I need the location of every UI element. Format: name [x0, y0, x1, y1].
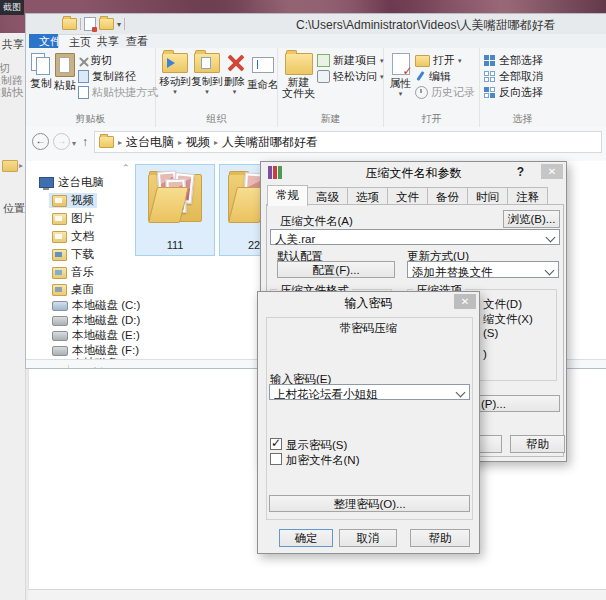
qat-properties-icon[interactable] — [84, 17, 96, 31]
ribbon-group-open: 属性 ▾ 打开 ▾ 编辑 历史记录 — [384, 48, 480, 127]
back-location-label: 位置 — [3, 201, 25, 216]
profile-button[interactable]: 配置(F)... — [277, 261, 395, 278]
open-chevron-icon: ▾ — [458, 58, 462, 64]
encrypt-names-checkbox[interactable] — [270, 453, 282, 465]
winrar-tab-backup[interactable]: 备份 — [427, 187, 468, 204]
new-item-button[interactable]: 新建项目 ▾ — [317, 54, 384, 67]
copy-button[interactable]: 复制 — [30, 51, 52, 89]
breadcrumb-this-pc[interactable]: 这台电脑 — [126, 134, 174, 151]
disk-icon — [52, 316, 68, 326]
move-to-button[interactable]: 移动到 ▾ — [160, 51, 190, 95]
computer-icon — [39, 177, 54, 188]
sidebar-item-music[interactable]: 音乐 — [49, 265, 97, 280]
folder-item-111[interactable]: 111 — [135, 164, 215, 256]
select-none-button[interactable]: 全部取消 — [484, 70, 543, 83]
new-folder-button[interactable]: 新建 文件夹 — [282, 51, 315, 99]
option-fragment: (S) — [483, 327, 498, 339]
sidebar-item-desktop[interactable]: 桌面 — [49, 282, 97, 297]
winrar-tab-comment[interactable]: 注释 — [507, 187, 548, 204]
move-to-icon — [162, 53, 188, 73]
sidebar-scroll-up-icon[interactable]: ⌃ — [122, 163, 130, 173]
new-item-icon — [317, 54, 330, 67]
group-label-select: 选择 — [480, 112, 565, 126]
delete-button[interactable]: 删除 ▾ — [224, 51, 245, 95]
winrar-tab-time[interactable]: 时间 — [467, 187, 508, 204]
delete-chevron-icon: ▾ — [233, 89, 237, 95]
status-item-count: 3 个项目 — [32, 366, 76, 369]
documents-folder-icon — [52, 231, 67, 243]
paste-button[interactable]: 粘贴 — [54, 51, 76, 91]
sidebar-item-this-pc[interactable]: 这台电脑 — [39, 175, 104, 190]
sidebar-item-videos[interactable]: 视频 — [49, 193, 97, 208]
open-button[interactable]: 打开 ▾ — [415, 54, 475, 67]
copy-to-button[interactable]: 复制到 ▾ — [192, 51, 222, 95]
update-mode-combo[interactable]: 添加并替换文件 — [407, 261, 559, 278]
winrar-tab-general[interactable]: 常规 — [267, 185, 308, 206]
easy-access-button[interactable]: 轻松访问 ▾ — [317, 70, 384, 83]
browse-button[interactable]: 浏览(B)... — [503, 210, 560, 228]
qat-folder-icon[interactable] — [62, 18, 77, 30]
quick-access-toolbar: ▾ — [62, 17, 125, 31]
archive-name-combo[interactable]: 人美.rar — [270, 229, 560, 245]
history-button[interactable]: 历史记录 — [415, 86, 475, 99]
organize-passwords-button[interactable]: 整理密码(O)... — [269, 495, 470, 512]
paste-shortcut-button[interactable]: 粘贴快捷方式 — [78, 86, 158, 99]
sidebar-item-disk-c[interactable]: 本地磁盘 (C:) — [49, 298, 143, 313]
winrar-close-button[interactable]: ✕ — [541, 164, 563, 179]
help-button[interactable]: 帮助 — [410, 529, 470, 547]
select-all-button[interactable]: 全部选择 — [484, 54, 543, 67]
encrypt-names-label: 加密文件名(N) — [286, 453, 359, 468]
history-icon — [415, 86, 428, 99]
invert-selection-button[interactable]: 反向选择 — [484, 86, 543, 99]
videos-folder-icon — [52, 195, 67, 207]
winrar-tab-files[interactable]: 文件 — [387, 187, 428, 204]
archive-name-label: 压缩文件名(A) — [280, 214, 353, 229]
group-label-clipboard: 剪贴板 — [26, 112, 155, 126]
up-button[interactable]: ↑ — [82, 135, 88, 149]
forward-button[interactable]: → — [53, 133, 70, 150]
sidebar-item-disk-d[interactable]: 本地磁盘 (D:) — [49, 313, 143, 328]
tab-view[interactable]: 查看 — [116, 34, 158, 48]
password-close-button[interactable]: ✕ — [454, 294, 476, 309]
qat-separator — [124, 18, 125, 30]
properties-chevron-icon: ▾ — [399, 91, 403, 97]
ribbon-group-new: 新建 文件夹 新建项目 ▾ 轻松访问 ▾ 新建 — [278, 48, 384, 127]
copy-path-button[interactable]: 复制路径 — [78, 70, 158, 83]
show-password-checkbox[interactable] — [270, 438, 282, 450]
winrar-help-button[interactable]: 帮助 — [510, 435, 565, 453]
properties-button[interactable]: 属性 ▾ — [388, 51, 413, 97]
recent-locations-chevron-icon[interactable]: ▾ — [72, 139, 76, 148]
ok-button[interactable]: 确定 — [279, 529, 333, 547]
back-button[interactable]: ← — [32, 133, 49, 150]
easy-access-chevron-icon: ▾ — [380, 74, 384, 80]
option-fragment: ) — [483, 348, 487, 360]
rename-button[interactable]: 重命名 — [247, 51, 279, 90]
sidebar-item-pictures[interactable]: 图片 — [49, 211, 97, 226]
breadcrumb-separator-icon: ▸ — [178, 138, 182, 147]
new-folder-icon — [285, 53, 313, 75]
breadcrumb[interactable]: ▸ 这台电脑 ▸ 视频 ▸ 人美嘴甜哪都好看 — [94, 131, 602, 153]
invert-selection-icon — [484, 87, 496, 99]
sidebar-item-documents[interactable]: 文档 — [49, 229, 97, 244]
breadcrumb-videos[interactable]: 视频 — [186, 134, 210, 151]
ribbon: 复制 粘贴 剪切 复制路径 — [26, 48, 606, 128]
set-password-button[interactable]: (P)... — [474, 395, 560, 412]
screen: 截图 共享 剪切 复制路 粘贴快 ▸ 位置 ) ) ) ) ▾ C:\Users… — [0, 0, 606, 600]
password-input-combo[interactable]: 上村花论坛看小姐姐 — [269, 384, 470, 400]
option-fragment: 缩文件(X) — [483, 312, 533, 327]
winrar-help-icon[interactable]: ? — [517, 165, 524, 179]
qat-newfolder-icon[interactable] — [99, 18, 114, 30]
edit-button[interactable]: 编辑 — [415, 70, 475, 83]
cut-button[interactable]: 剪切 — [78, 54, 158, 67]
sidebar-item-disk-e[interactable]: 本地磁盘 (E:) — [49, 328, 143, 343]
qat-customize-chevron-icon[interactable]: ▾ — [117, 20, 121, 29]
breadcrumb-current-folder[interactable]: 人美嘴甜哪都好看 — [222, 134, 318, 151]
sidebar-item-downloads[interactable]: 下载 — [49, 247, 97, 262]
password-groupbox — [266, 317, 473, 520]
cut-icon — [78, 56, 87, 65]
winrar-tab-advanced[interactable]: 高级 — [307, 187, 348, 204]
new-item-chevron-icon: ▾ — [380, 58, 384, 64]
winrar-tab-options[interactable]: 选项 — [347, 187, 388, 204]
back-paste-shortcut-label: 粘贴快 — [0, 85, 23, 100]
cancel-button[interactable]: 取消 — [339, 529, 397, 547]
